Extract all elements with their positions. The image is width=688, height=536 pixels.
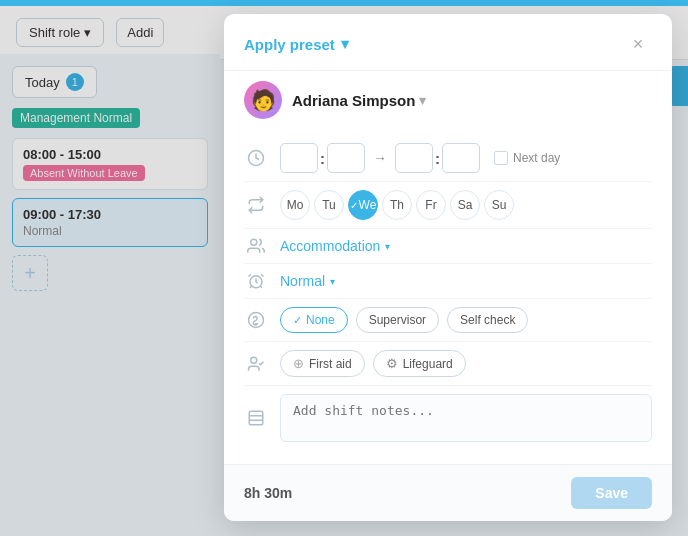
check-options-row: ✓ None Supervisor Self check — [244, 299, 652, 342]
end-time: 17 : 30 — [395, 143, 480, 173]
svg-point-4 — [251, 357, 257, 363]
accommodation-button[interactable]: Accommodation ▾ — [280, 238, 390, 254]
day-fr[interactable]: Fr — [416, 190, 446, 220]
clock-icon — [244, 149, 268, 167]
gear-icon: ⚙ — [386, 356, 398, 371]
qual-lifeguard-label: Lifeguard — [403, 357, 453, 371]
check-options-group: ✓ None Supervisor Self check — [280, 307, 528, 333]
end-hour-input[interactable]: 17 — [395, 143, 433, 173]
plus-icon: ⊕ — [293, 356, 304, 371]
close-icon: × — [633, 34, 644, 55]
modal-body: 09 : 00 → 17 : 30 Next day — [224, 129, 672, 464]
apply-preset-modal: Apply preset ▾ × 🧑 Adriana Simpson ▾ — [224, 14, 672, 521]
user-chevron-icon: ▾ — [419, 93, 426, 108]
break-type-label: Normal — [280, 273, 325, 289]
accommodation-label: Accommodation — [280, 238, 380, 254]
day-sa[interactable]: Sa — [450, 190, 480, 220]
repeat-icon — [244, 196, 268, 214]
notes-icon — [244, 409, 268, 427]
qual-first-aid-label: First aid — [309, 357, 352, 371]
time-arrow-icon: → — [373, 150, 387, 166]
qualifications-group: ⊕ First aid ⚙ Lifeguard — [280, 350, 466, 377]
timer-icon — [244, 272, 268, 290]
start-min-input[interactable]: 00 — [327, 143, 365, 173]
checkbox-icon — [494, 151, 508, 165]
break-type-button[interactable]: Normal ▾ — [280, 273, 335, 289]
check-self-button[interactable]: Self check — [447, 307, 528, 333]
notes-row — [244, 386, 652, 450]
break-dropdown-icon: ▾ — [330, 276, 335, 287]
check-none-label: None — [306, 313, 335, 327]
close-button[interactable]: × — [624, 30, 652, 58]
people-icon — [244, 237, 268, 255]
start-hour-input[interactable]: 09 — [280, 143, 318, 173]
check-supervisor-button[interactable]: Supervisor — [356, 307, 439, 333]
time-row: 09 : 00 → 17 : 30 Next day — [244, 135, 652, 182]
time-inputs: 09 : 00 → 17 : 30 Next day — [280, 143, 652, 173]
days-row: Mo Tu ✓We Th Fr Sa Su — [244, 182, 652, 229]
modal-footer: 8h 30m Save — [224, 464, 672, 521]
user-row: 🧑 Adriana Simpson ▾ — [224, 71, 672, 129]
qualifications-row: ⊕ First aid ⚙ Lifeguard — [244, 342, 652, 386]
qual-first-aid-button[interactable]: ⊕ First aid — [280, 350, 365, 377]
svg-rect-5 — [249, 411, 263, 425]
check-supervisor-label: Supervisor — [369, 313, 426, 327]
dollar-icon — [244, 311, 268, 329]
apply-preset-label: Apply preset — [244, 36, 335, 53]
accommodation-row: Accommodation ▾ — [244, 229, 652, 264]
accommodation-dropdown-icon: ▾ — [385, 241, 390, 252]
days-selector: Mo Tu ✓We Th Fr Sa Su — [280, 190, 652, 220]
save-button[interactable]: Save — [571, 477, 652, 509]
svg-point-1 — [251, 239, 257, 245]
check-self-label: Self check — [460, 313, 515, 327]
start-time: 09 : 00 — [280, 143, 365, 173]
notes-input[interactable] — [280, 394, 652, 442]
next-day-checkbox[interactable]: Next day — [494, 151, 560, 165]
modal-header: Apply preset ▾ × — [224, 14, 672, 71]
avatar: 🧑 — [244, 81, 282, 119]
day-mo[interactable]: Mo — [280, 190, 310, 220]
check-none-button[interactable]: ✓ None — [280, 307, 348, 333]
end-min-input[interactable]: 30 — [442, 143, 480, 173]
day-we[interactable]: ✓We — [348, 190, 378, 220]
break-type-row: Normal ▾ — [244, 264, 652, 299]
person-check-icon — [244, 355, 268, 373]
day-tu[interactable]: Tu — [314, 190, 344, 220]
user-name-button[interactable]: Adriana Simpson ▾ — [292, 92, 426, 109]
day-su[interactable]: Su — [484, 190, 514, 220]
duration-label: 8h 30m — [244, 485, 292, 501]
user-name-label: Adriana Simpson — [292, 92, 415, 109]
next-day-label: Next day — [513, 151, 560, 165]
apply-preset-button[interactable]: Apply preset ▾ — [244, 35, 349, 53]
day-th[interactable]: Th — [382, 190, 412, 220]
qual-lifeguard-button[interactable]: ⚙ Lifeguard — [373, 350, 466, 377]
dropdown-arrow-icon: ▾ — [341, 35, 349, 53]
